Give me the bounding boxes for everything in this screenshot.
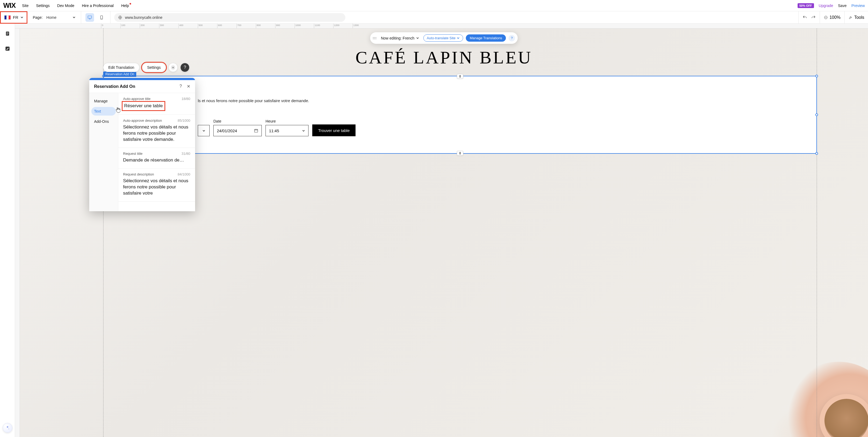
reservation-widget[interactable]: Réserver une table ls et nous ferons not… — [103, 76, 817, 154]
redo-button[interactable] — [811, 15, 816, 20]
field-value[interactable]: Sélectionnez vos détails et nous ferons … — [123, 178, 190, 196]
menubar: WIX Site Settings Dev Mode Hire a Profes… — [0, 0, 868, 11]
pages-panel-button[interactable] — [3, 30, 11, 38]
time-input[interactable]: 11:45 — [266, 125, 309, 136]
wix-logo[interactable]: WIX — [3, 1, 16, 10]
panel-help-button[interactable]: ? — [180, 84, 182, 89]
stretch-button-bottom[interactable] — [457, 151, 463, 156]
gear-icon-button[interactable] — [168, 63, 178, 72]
party-size-dropdown[interactable] — [198, 125, 210, 136]
ruler-tick: 100 — [120, 24, 125, 28]
ruler-tick: 300 — [159, 24, 164, 28]
flag-icon — [4, 15, 11, 20]
chevron-down-icon — [302, 129, 305, 132]
chevron-down-icon — [203, 129, 205, 132]
now-editing-label: Now editing: French — [381, 36, 414, 40]
language-code: FR — [13, 15, 18, 20]
panel-tab-addons[interactable]: Add-Ons — [91, 117, 116, 126]
mobile-view-button[interactable] — [97, 13, 106, 22]
time-label: Heure — [266, 119, 309, 123]
field-char-count: 31/80 — [181, 152, 190, 156]
ruler-tick: 800 — [256, 24, 261, 28]
field-value[interactable]: Demande de réservation de… — [123, 157, 190, 163]
panel-tab-manage[interactable]: Manage — [91, 97, 116, 105]
svg-rect-12 — [254, 129, 258, 132]
context-help-button[interactable]: ? — [180, 63, 189, 72]
svg-rect-8 — [6, 34, 7, 35]
tools-icon — [848, 15, 853, 20]
undo-redo-group — [798, 11, 819, 24]
horizontal-ruler: 0100200300400500600700800900100011001200… — [15, 24, 868, 29]
field-label: Auto-approve description — [123, 119, 162, 123]
settings-panel: Reservation Add On ? ✕ Manage Text Add-O… — [89, 78, 195, 211]
stretch-button-top[interactable] — [457, 74, 463, 79]
auto-translate-label: Auto-translate Site — [427, 36, 456, 40]
edit-translation-button[interactable]: Edit Translation — [103, 63, 140, 72]
context-toolbar: Edit Translation Settings ? — [103, 63, 189, 72]
panel-tab-text[interactable]: Text — [91, 107, 116, 116]
date-label: Date — [213, 119, 262, 123]
resize-handle[interactable] — [815, 114, 818, 116]
language-selector[interactable]: FR — [0, 11, 27, 24]
desktop-view-button[interactable] — [86, 13, 94, 22]
zoom-icon — [824, 15, 828, 20]
manage-translations-button[interactable]: Manage Translations — [466, 34, 506, 42]
field-value[interactable]: Réserver une table — [123, 102, 164, 110]
resize-handle[interactable] — [815, 152, 818, 155]
url-text: www.bunnycafe.online — [125, 15, 162, 20]
tools-button[interactable]: Tools — [844, 11, 868, 24]
menu-help[interactable]: Help — [121, 3, 129, 8]
now-editing-dropdown[interactable]: Now editing: French — [379, 36, 421, 40]
settings-button[interactable]: Settings — [142, 63, 166, 72]
resize-handle[interactable] — [815, 75, 818, 77]
ruler-tick: 200 — [140, 24, 145, 28]
page-name: Home — [46, 15, 56, 20]
help-button[interactable]: ? — [509, 35, 515, 41]
ruler-tick: 1200 — [333, 24, 339, 28]
panel-field[interactable]: Auto-approve description85/1000Sélection… — [118, 115, 195, 148]
panel-stripe — [89, 78, 195, 80]
auto-translate-button[interactable]: Auto-translate Site — [423, 34, 463, 42]
menu-items: Site Settings Dev Mode Hire a Profession… — [22, 3, 129, 8]
menu-site[interactable]: Site — [22, 3, 29, 8]
ruler-tick: 400 — [179, 24, 183, 28]
ruler-tick: 500 — [198, 24, 203, 28]
date-input[interactable]: 24/01/2024 — [213, 125, 262, 136]
toolbar: FR Page: Home www.bunnycafe.online 100% … — [0, 11, 868, 24]
svg-point-10 — [8, 428, 9, 429]
discount-badge: 50% OFF — [798, 3, 814, 8]
panel-field[interactable]: Auto-approve title18/80Réserver une tabl… — [118, 93, 195, 115]
ruler-tick: 1300 — [352, 24, 359, 28]
ruler-tick: 600 — [217, 24, 222, 28]
field-char-count: 18/80 — [181, 97, 190, 101]
page-selector[interactable]: Page: Home — [27, 11, 81, 24]
preview-button[interactable]: Preview — [851, 3, 865, 8]
ai-assistant-button[interactable] — [3, 423, 12, 433]
save-button[interactable]: Save — [838, 3, 846, 8]
ruler-tick: 1000 — [294, 24, 301, 28]
panel-field[interactable]: Request description84/1000Sélectionnez v… — [118, 168, 195, 201]
date-value: 24/01/2024 — [217, 128, 237, 133]
panel-field[interactable]: Request title31/80Demande de réservation… — [118, 148, 195, 168]
undo-button[interactable] — [802, 15, 807, 20]
stage[interactable]: CAFÉ LAPIN BLEU Now editing: French Auto… — [20, 29, 868, 437]
ruler-tick: 0 — [101, 24, 103, 28]
ruler-tick: 1100 — [314, 24, 320, 28]
menu-settings[interactable]: Settings — [36, 3, 50, 8]
drag-handle-icon[interactable] — [373, 37, 376, 39]
edit-panel-button[interactable] — [3, 44, 11, 53]
find-table-button[interactable]: Trouver une table — [312, 124, 355, 136]
menu-hire[interactable]: Hire a Professional — [82, 3, 114, 8]
globe-icon — [118, 15, 122, 20]
url-bar[interactable]: www.bunnycafe.online — [114, 13, 345, 22]
selected-widget-label: Reservation Add On — [103, 71, 136, 77]
field-value[interactable]: Sélectionnez vos détails et nous ferons … — [123, 124, 190, 143]
zoom-selector[interactable]: 100% — [819, 11, 844, 24]
field-char-count: 84/1000 — [178, 172, 190, 176]
field-label: Request title — [123, 152, 143, 156]
panel-close-button[interactable]: ✕ — [187, 84, 190, 89]
tools-label: Tools — [854, 15, 864, 20]
upgrade-link[interactable]: Upgrade — [819, 3, 833, 8]
menu-devmode[interactable]: Dev Mode — [57, 3, 74, 8]
ruler-tick: 900 — [275, 24, 280, 28]
